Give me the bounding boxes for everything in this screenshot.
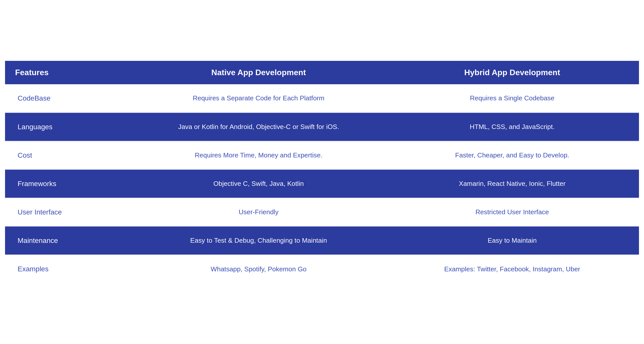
table-row: ExamplesWhatsapp, Spotify, Pokemon GoExa… [5,255,639,283]
table-row: CostRequires More Time, Money and Expert… [5,141,639,169]
cell-native-cost: Requires More Time, Money and Expertise. [132,141,385,169]
cell-native-frameworks: Objective C, Swift, Java, Kotlin [132,169,385,198]
cell-native-ui: User-Friendly [132,198,385,226]
comparison-table: Features Native App Development Hybrid A… [5,61,639,283]
cell-feature-frameworks: Frameworks [5,169,132,198]
table-row: CodeBaseRequires a Separate Code for Eac… [5,84,639,112]
cell-feature-codebase: CodeBase [5,84,132,112]
cell-native-maintenance: Easy to Test & Debug, Challenging to Mai… [132,226,385,255]
table-row: User InterfaceUser-FriendlyRestricted Us… [5,198,639,226]
cell-native-examples: Whatsapp, Spotify, Pokemon Go [132,255,385,283]
cell-hybrid-frameworks: Xamarin, React Native, Ionic, Flutter [385,169,639,198]
cell-hybrid-examples: Examples: Twitter, Facebook, Instagram, … [385,255,639,283]
table-row: FrameworksObjective C, Swift, Java, Kotl… [5,169,639,198]
cell-native-codebase: Requires a Separate Code for Each Platfo… [132,84,385,112]
table-header-row: Features Native App Development Hybrid A… [5,61,639,84]
table-row: LanguagesJava or Kotlin for Android, Obj… [5,113,639,141]
header-hybrid: Hybrid App Development [385,61,639,84]
cell-hybrid-codebase: Requires a Single Codebase [385,84,639,112]
cell-feature-ui: User Interface [5,198,132,226]
cell-hybrid-maintenance: Easy to Maintain [385,226,639,255]
table-row: MaintenanceEasy to Test & Debug, Challen… [5,226,639,255]
cell-feature-examples: Examples [5,255,132,283]
cell-hybrid-cost: Faster, Cheaper, and Easy to Develop. [385,141,639,169]
cell-native-languages: Java or Kotlin for Android, Objective-C … [132,113,385,141]
cell-feature-cost: Cost [5,141,132,169]
cell-feature-languages: Languages [5,113,132,141]
header-native: Native App Development [132,61,385,84]
cell-hybrid-ui: Restricted User Interface [385,198,639,226]
header-features: Features [5,61,132,84]
cell-hybrid-languages: HTML, CSS, and JavaScript. [385,113,639,141]
cell-feature-maintenance: Maintenance [5,226,132,255]
